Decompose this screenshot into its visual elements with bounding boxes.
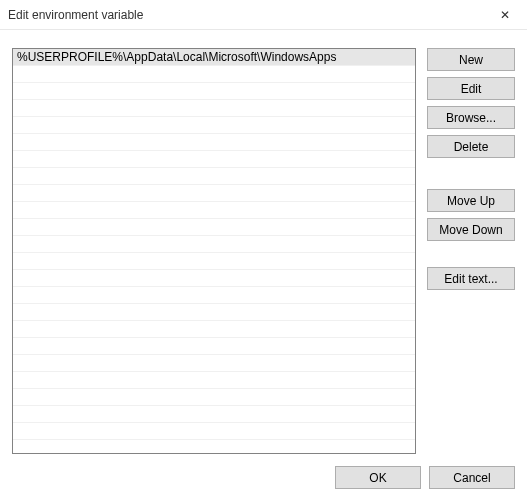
list-row[interactable] [13, 355, 415, 372]
list-row[interactable] [13, 389, 415, 406]
move-up-button[interactable]: Move Up [427, 189, 515, 212]
bottom-buttons: OK Cancel [12, 454, 515, 489]
main-area: %USERPROFILE%\AppData\Local\Microsoft\Wi… [12, 40, 515, 454]
spacer [427, 247, 515, 267]
list-row[interactable] [13, 338, 415, 355]
list-row[interactable] [13, 134, 415, 151]
new-button[interactable]: New [427, 48, 515, 71]
list-row[interactable]: %USERPROFILE%\AppData\Local\Microsoft\Wi… [13, 49, 415, 66]
titlebar: Edit environment variable ✕ [0, 0, 527, 30]
move-down-button[interactable]: Move Down [427, 218, 515, 241]
dialog-title: Edit environment variable [8, 8, 143, 22]
browse-button[interactable]: Browse... [427, 106, 515, 129]
list-row[interactable] [13, 168, 415, 185]
list-row[interactable] [13, 321, 415, 338]
list-row[interactable] [13, 253, 415, 270]
list-row[interactable] [13, 372, 415, 389]
list-row[interactable] [13, 304, 415, 321]
edit-button[interactable]: Edit [427, 77, 515, 100]
list-row[interactable] [13, 423, 415, 440]
edit-text-button[interactable]: Edit text... [427, 267, 515, 290]
list-row[interactable] [13, 83, 415, 100]
side-buttons: New Edit Browse... Delete Move Up Move D… [427, 40, 515, 454]
list-row[interactable] [13, 236, 415, 253]
spacer [427, 164, 515, 189]
close-button[interactable]: ✕ [482, 0, 527, 30]
list-row[interactable] [13, 270, 415, 287]
list-row[interactable] [13, 185, 415, 202]
list-row[interactable] [13, 151, 415, 168]
list-row[interactable] [13, 287, 415, 304]
delete-button[interactable]: Delete [427, 135, 515, 158]
cancel-button[interactable]: Cancel [429, 466, 515, 489]
close-icon: ✕ [500, 8, 510, 22]
path-listbox[interactable]: %USERPROFILE%\AppData\Local\Microsoft\Wi… [12, 48, 416, 454]
list-row[interactable] [13, 406, 415, 423]
list-row[interactable] [13, 100, 415, 117]
list-row[interactable] [13, 66, 415, 83]
list-row[interactable] [13, 202, 415, 219]
list-row[interactable] [13, 117, 415, 134]
ok-button[interactable]: OK [335, 466, 421, 489]
list-row[interactable] [13, 219, 415, 236]
dialog-content: %USERPROFILE%\AppData\Local\Microsoft\Wi… [0, 30, 527, 501]
